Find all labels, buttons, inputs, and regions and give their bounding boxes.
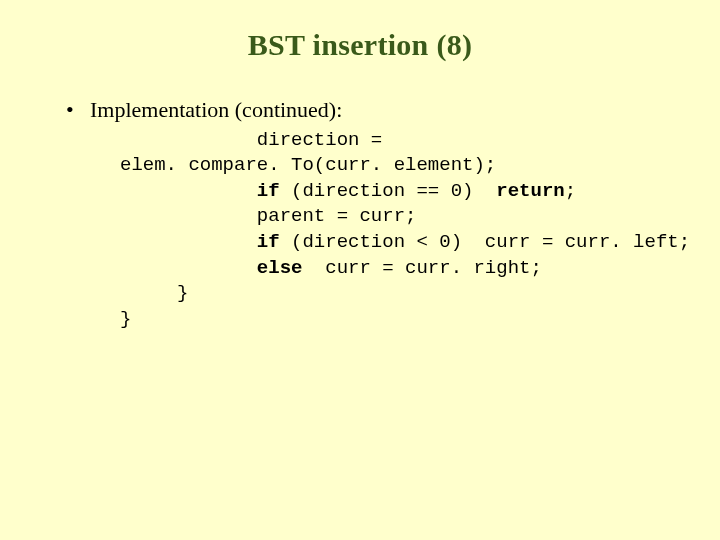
code-line-7: } [120,282,188,304]
keyword-if-1: if [257,180,280,202]
code-line-6-rest: curr = curr. right; [302,257,541,279]
bullet-text: Implementation (continued): [90,97,342,122]
keyword-return: return [496,180,564,202]
code-line-3-end: ; [565,180,576,202]
slide: BST insertion (8) Implementation (contin… [0,0,720,540]
bullet-list: Implementation (continued): direction = … [60,96,680,333]
bullet-item: Implementation (continued): direction = … [60,96,680,333]
code-line-6-indent [120,257,257,279]
code-line-1: direction = [120,129,394,151]
slide-body: Implementation (continued): direction = … [40,96,680,333]
code-line-4: parent = curr; [120,205,416,227]
code-block: direction = elem. compare. To(curr. elem… [120,128,680,333]
page-title: BST insertion (8) [40,28,680,62]
code-line-3-mid: (direction == 0) [280,180,497,202]
code-line-2: elem. compare. To(curr. element); [120,154,496,176]
code-line-5-indent [120,231,257,253]
keyword-if-2: if [257,231,280,253]
code-line-3-indent [120,180,257,202]
keyword-else: else [257,257,303,279]
code-line-5-rest: (direction < 0) curr = curr. left; [280,231,690,253]
code-line-8: } [120,308,131,330]
